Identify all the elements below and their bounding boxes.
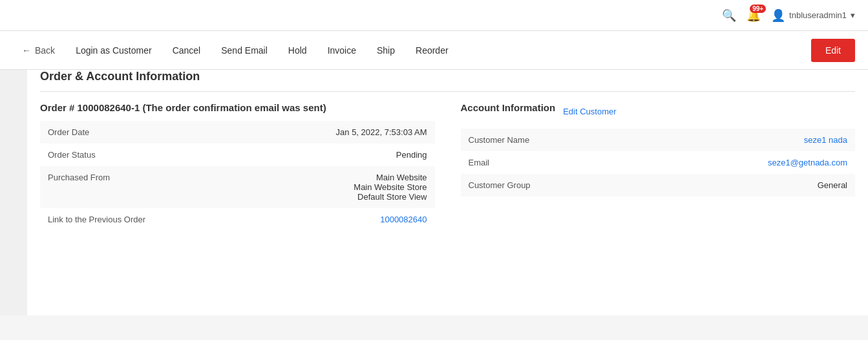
order-info-table: Order DateJan 5, 2022, 7:53:03 AMOrder S… xyxy=(40,121,435,231)
table-row: Purchased FromMain WebsiteMain Website S… xyxy=(40,166,435,208)
ship-button[interactable]: Ship xyxy=(368,40,404,61)
row-label: Email xyxy=(461,151,590,174)
user-menu[interactable]: 👤 tnbluseradmin1 ▾ xyxy=(771,8,855,23)
row-value: Jan 5, 2022, 7:53:03 AM xyxy=(169,121,435,143)
notification-bell[interactable]: 🔔 99+ xyxy=(746,8,761,23)
row-label: Purchased From xyxy=(40,166,169,208)
cancel-button[interactable]: Cancel xyxy=(164,40,210,61)
login-as-customer-button[interactable]: Login as Customer xyxy=(67,40,161,61)
table-row: Emailseze1@getnada.com xyxy=(461,151,856,174)
row-label: Order Status xyxy=(40,143,169,166)
sidebar-stub xyxy=(0,70,27,315)
account-info-table: Customer Nameseze1 nadaEmailseze1@getnad… xyxy=(461,129,856,197)
account-info-title: Account Information xyxy=(461,102,556,113)
account-info-link[interactable]: seze1@getnada.com xyxy=(768,158,847,167)
username-label: tnbluseradmin1 xyxy=(789,10,847,20)
account-info-column: Account Information Edit Customer Custom… xyxy=(461,102,856,231)
top-bar: 🔍 🔔 99+ 👤 tnbluseradmin1 ▾ xyxy=(0,0,868,31)
invoice-button[interactable]: Invoice xyxy=(319,40,365,61)
send-email-button[interactable]: Send Email xyxy=(212,40,277,61)
user-icon: 👤 xyxy=(771,8,785,23)
reorder-button[interactable]: Reorder xyxy=(407,40,458,61)
row-label: Link to the Previous Order xyxy=(40,208,169,231)
table-row: Order StatusPending xyxy=(40,143,435,166)
table-row: Customer GroupGeneral xyxy=(461,174,856,197)
table-row: Order DateJan 5, 2022, 7:53:03 AM xyxy=(40,121,435,143)
back-arrow-icon: ← xyxy=(22,45,31,56)
order-info-title: Order # 1000082640-1 (The order confirma… xyxy=(40,102,435,113)
content-area: Order & Account Information Order # 1000… xyxy=(27,70,868,315)
hold-button[interactable]: Hold xyxy=(279,40,316,61)
order-info-column: Order # 1000082640-1 (The order confirma… xyxy=(40,102,435,231)
row-value: Pending xyxy=(169,143,435,166)
row-value: General xyxy=(590,174,856,197)
edit-customer-link[interactable]: Edit Customer xyxy=(563,107,616,116)
section-title: Order & Account Information xyxy=(40,70,855,92)
account-info-link[interactable]: seze1 nada xyxy=(804,135,847,145)
account-info-title-row: Account Information Edit Customer xyxy=(461,102,856,121)
row-value: 1000082640 xyxy=(169,208,435,231)
back-button[interactable]: ← Back xyxy=(13,40,64,61)
previous-order-link[interactable]: 1000082640 xyxy=(380,215,427,224)
row-value: seze1@getnada.com xyxy=(590,151,856,174)
notification-badge: 99+ xyxy=(750,5,766,13)
row-value: seze1 nada xyxy=(590,129,856,151)
row-value: Main WebsiteMain Website StoreDefault St… xyxy=(169,166,435,208)
row-label: Customer Group xyxy=(461,174,590,197)
table-row: Link to the Previous Order1000082640 xyxy=(40,208,435,231)
table-row: Customer Nameseze1 nada xyxy=(461,129,856,151)
edit-button[interactable]: Edit xyxy=(811,39,855,62)
row-label: Customer Name xyxy=(461,129,590,151)
chevron-down-icon: ▾ xyxy=(851,10,855,20)
search-icon[interactable]: 🔍 xyxy=(722,8,736,23)
info-columns: Order # 1000082640-1 (The order confirma… xyxy=(40,102,855,231)
action-toolbar: ← Back Login as Customer Cancel Send Ema… xyxy=(0,31,868,70)
row-label: Order Date xyxy=(40,121,169,143)
